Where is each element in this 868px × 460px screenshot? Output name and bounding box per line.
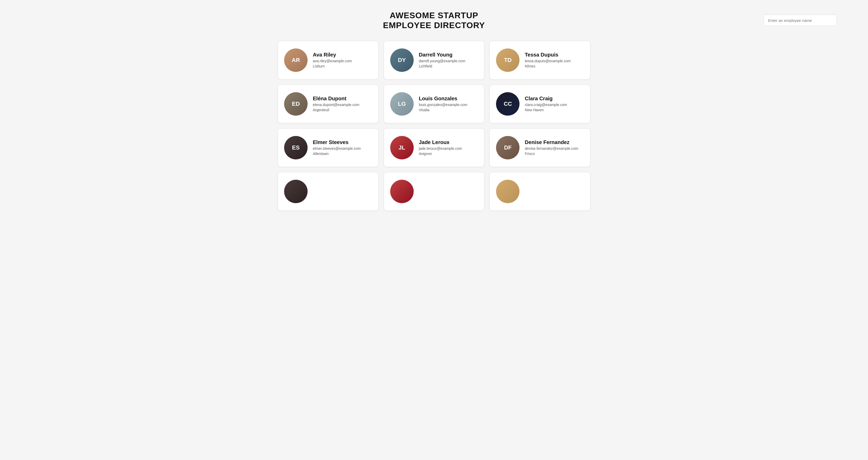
employee-name: Jade Leroux <box>419 139 462 145</box>
employee-email: denise.fernandez@example.com <box>525 146 578 151</box>
card-info: Louis Gonzales louis.gonzales@example.co… <box>419 96 467 112</box>
employee-location: Allentown <box>313 152 361 156</box>
avatar: CC <box>496 92 520 116</box>
employee-name: Clara Craig <box>525 96 567 102</box>
employee-card-ava-riley[interactable]: AR Ava Riley ava.riley@example.com Lisbu… <box>278 41 378 79</box>
employee-card-row4-col3[interactable] <box>490 172 590 211</box>
employee-location: Nîmes <box>525 64 570 68</box>
avatar: AR <box>284 48 308 72</box>
employee-name: Denise Fernandez <box>525 139 578 145</box>
card-info: Ava Riley ava.riley@example.com Lisburn <box>313 52 352 68</box>
employee-email: ava.riley@example.com <box>313 59 352 63</box>
employee-location: Lichfield <box>419 64 465 68</box>
employee-location: New Haven <box>525 108 567 112</box>
avatar: DY <box>390 48 414 72</box>
avatar: DF <box>496 136 520 159</box>
avatar: ES <box>284 136 308 159</box>
employee-email: louis.gonzales@example.com <box>419 103 467 107</box>
employee-email: elena.dupont@example.com <box>313 103 359 107</box>
employee-card-darrell-young[interactable]: DY Darrell Young darrell.young@example.c… <box>384 41 485 79</box>
employee-name: Tessa Dupuis <box>525 52 570 58</box>
card-info: Jade Leroux jade.leroux@example.com Avig… <box>419 139 462 156</box>
card-info: Denise Fernandez denise.fernandez@exampl… <box>525 139 578 156</box>
employee-card-row4-col2[interactable] <box>384 172 485 211</box>
employee-email: elmer.steeves@example.com <box>313 146 361 151</box>
employee-location: Avignon <box>419 152 462 156</box>
search-input[interactable] <box>764 15 837 26</box>
avatar <box>284 180 308 203</box>
avatar: LG <box>390 92 414 116</box>
search-container <box>764 15 837 26</box>
card-info: Eléna Dupont elena.dupont@example.com Ar… <box>313 96 359 112</box>
employee-card-louis-gonzales[interactable]: LG Louis Gonzales louis.gonzales@example… <box>384 85 485 123</box>
title-line2: EMPLOYEE DIRECTORY <box>383 21 485 30</box>
employee-card-elena-dupont[interactable]: ED Eléna Dupont elena.dupont@example.com… <box>278 85 378 123</box>
employee-name: Ava Riley <box>313 52 352 58</box>
employee-grid: AR Ava Riley ava.riley@example.com Lisbu… <box>278 41 590 211</box>
employee-name: Eléna Dupont <box>313 96 359 102</box>
card-info: Elmer Steeves elmer.steeves@example.com … <box>313 139 361 156</box>
employee-email: tessa.dupuis@example.com <box>525 59 570 63</box>
page-title: AWESOME STARTUP EMPLOYEE DIRECTORY <box>383 10 485 30</box>
avatar: ED <box>284 92 308 116</box>
employee-card-row4-col1[interactable] <box>278 172 378 211</box>
employee-card-tessa-dupuis[interactable]: TD Tessa Dupuis tessa.dupuis@example.com… <box>490 41 590 79</box>
employee-name: Elmer Steeves <box>313 139 361 145</box>
employee-email: clara.craig@example.com <box>525 103 567 107</box>
employee-card-jade-leroux[interactable]: JL Jade Leroux jade.leroux@example.com A… <box>384 128 485 167</box>
employee-card-denise-fernandez[interactable]: DF Denise Fernandez denise.fernandez@exa… <box>490 128 590 167</box>
employee-location: Argenteuil <box>313 108 359 112</box>
avatar: TD <box>496 48 520 72</box>
avatar <box>496 180 520 203</box>
employee-name: Louis Gonzales <box>419 96 467 102</box>
avatar <box>390 180 414 203</box>
employee-email: jade.leroux@example.com <box>419 146 462 151</box>
employee-card-elmer-steeves[interactable]: ES Elmer Steeves elmer.steeves@example.c… <box>278 128 378 167</box>
page-header: AWESOME STARTUP EMPLOYEE DIRECTORY <box>5 10 863 30</box>
card-info: Tessa Dupuis tessa.dupuis@example.com Nî… <box>525 52 570 68</box>
card-info: Darrell Young darrell.young@example.com … <box>419 52 465 68</box>
employee-email: darrell.young@example.com <box>419 59 465 63</box>
employee-location: Lisburn <box>313 64 352 68</box>
avatar: JL <box>390 136 414 159</box>
card-info: Clara Craig clara.craig@example.com New … <box>525 96 567 112</box>
title-line1: AWESOME STARTUP <box>390 11 478 20</box>
employee-name: Darrell Young <box>419 52 465 58</box>
employee-location: Frisco <box>525 152 578 156</box>
employee-card-clara-craig[interactable]: CC Clara Craig clara.craig@example.com N… <box>490 85 590 123</box>
employee-location: Visalia <box>419 108 467 112</box>
